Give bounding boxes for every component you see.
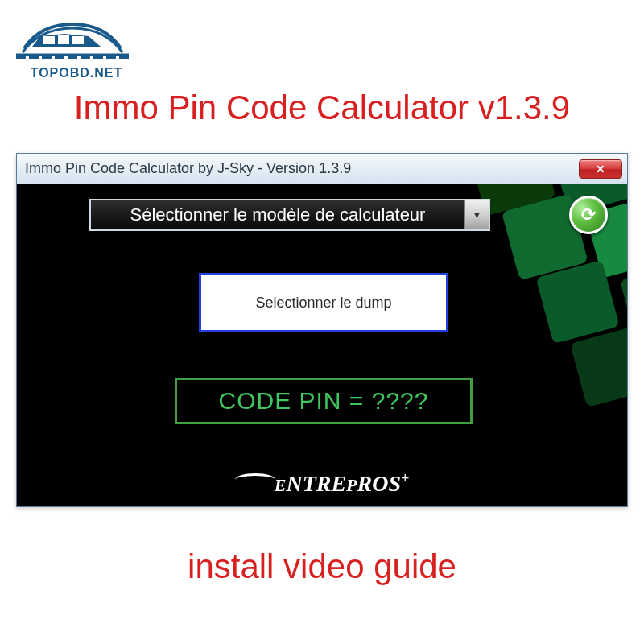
dropdown-label: Sélectionner le modèle de calculateur xyxy=(91,204,464,225)
svg-rect-3 xyxy=(16,56,26,59)
dump-button-label: Selectionner le dump xyxy=(255,295,391,312)
brand-logo: ENTREPROS+ xyxy=(17,470,627,497)
footer-text: install video guide xyxy=(0,547,644,586)
chevron-down-icon: ▼ xyxy=(464,200,489,229)
brand-text: NTRE xyxy=(286,471,346,496)
window-title: Immo Pin Code Calculator by J-Sky - Vers… xyxy=(22,160,579,177)
svg-rect-6 xyxy=(55,56,64,59)
svg-rect-4 xyxy=(29,56,39,59)
refresh-icon: ⟳ xyxy=(581,204,596,225)
code-pin-value: CODE PIN = ???? xyxy=(219,387,429,415)
car-logo-icon xyxy=(8,8,137,64)
app-body: Sélectionner le modèle de calculateur ▼ … xyxy=(17,184,627,506)
app-window: Immo Pin Code Calculator by J-Sky - Vers… xyxy=(16,153,628,507)
titlebar[interactable]: Immo Pin Code Calculator by J-Sky - Vers… xyxy=(17,154,627,184)
site-name-text: TOPOBD.NET xyxy=(8,66,145,80)
close-icon: ✕ xyxy=(596,163,605,175)
model-select-dropdown[interactable]: Sélectionner le modèle de calculateur ▼ xyxy=(89,199,490,231)
svg-rect-0 xyxy=(43,36,55,44)
select-dump-button[interactable]: Selectionner le dump xyxy=(199,273,448,332)
close-button[interactable]: ✕ xyxy=(579,159,622,179)
background-pattern xyxy=(161,184,627,506)
site-logo: TOPOBD.NET xyxy=(8,8,145,80)
svg-rect-8 xyxy=(80,56,90,59)
plus-icon: + xyxy=(401,470,409,486)
car-swoosh-icon xyxy=(235,473,275,486)
svg-rect-7 xyxy=(68,56,77,59)
page-heading: Immo Pin Code Calculator v1.3.9 xyxy=(0,89,644,127)
svg-rect-5 xyxy=(42,56,52,59)
refresh-button[interactable]: ⟳ xyxy=(569,196,608,234)
svg-rect-9 xyxy=(93,56,103,59)
svg-rect-1 xyxy=(58,35,69,44)
svg-rect-2 xyxy=(72,36,84,44)
code-pin-display: CODE PIN = ???? xyxy=(175,378,473,424)
svg-rect-11 xyxy=(119,56,129,59)
svg-rect-10 xyxy=(106,56,116,59)
